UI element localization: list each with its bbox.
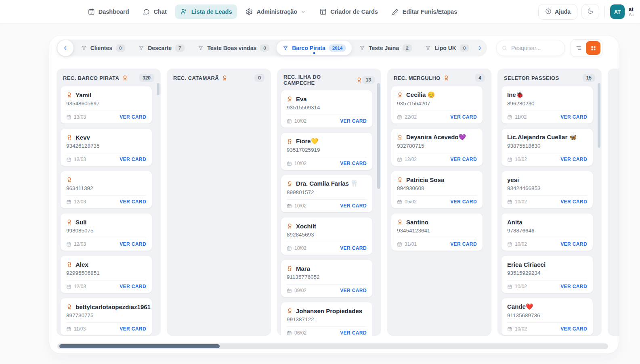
horizontal-scrollbar[interactable]: [57, 343, 608, 349]
ver-card-link[interactable]: VER CARD: [560, 241, 587, 247]
tab-clientes[interactable]: Clientes0: [75, 41, 131, 55]
lead-card[interactable]: Deyanira Acevedo💜93278071512/02VER CARD: [391, 129, 483, 166]
ver-card-link[interactable]: VER CARD: [120, 157, 146, 162]
lead-name-row: Yamil: [66, 91, 146, 99]
ver-card-link[interactable]: VER CARD: [120, 284, 146, 289]
ver-card-link[interactable]: VER CARD: [560, 114, 587, 120]
ver-card-link[interactable]: VER CARD: [340, 330, 367, 336]
calendar-icon: [397, 115, 402, 120]
card-footer: 22/02VER CARD: [397, 111, 477, 120]
tabs-scroll-left-button[interactable]: [57, 40, 73, 56]
ver-card-link[interactable]: VER CARD: [560, 199, 587, 205]
tab-barco-pirata[interactable]: Barco Pirata2014: [277, 41, 352, 55]
column-scrollbar-thumb[interactable]: [157, 83, 159, 95]
card-list: Eva9351550931410/02VER CARDFiore💛9351702…: [281, 90, 377, 336]
lead-card[interactable]: Eva9351550931410/02VER CARD: [281, 90, 372, 128]
lead-card[interactable]: Erica Ciriacci9351592923410/02VER CARD: [502, 256, 593, 293]
tab-lipo-uk[interactable]: Lipo UK0: [419, 41, 475, 55]
lead-name-row: Fiore💛: [287, 137, 367, 145]
calendar-icon: [397, 157, 402, 162]
funnel-tab-strip: Clientes0Descarte7Teste Boas vindas0Barc…: [57, 40, 487, 56]
ver-card-link[interactable]: VER CARD: [120, 114, 146, 120]
grid-view-icon: [590, 45, 596, 51]
lead-name-row: Deyanira Acevedo💜: [397, 133, 477, 141]
help-button[interactable]: Ajuda: [538, 4, 577, 20]
lead-card[interactable]: 96341139212/03VER CARD: [61, 171, 152, 208]
ver-card-link[interactable]: VER CARD: [120, 326, 146, 332]
ver-card-link[interactable]: VER CARD: [340, 203, 367, 209]
lead-card[interactable]: Cecilia 😊9357156420722/02VER CARD: [391, 86, 483, 123]
lead-card[interactable]: Kevv9342612873512/03VER CARD: [61, 129, 152, 166]
ver-card-link[interactable]: VER CARD: [340, 118, 367, 124]
kanban-column: REC. CATAMARÃ0: [167, 69, 271, 336]
ver-card-link[interactable]: VER CARD: [450, 241, 477, 247]
lead-date: 05/02: [397, 199, 417, 205]
nav-item-administracao[interactable]: Administração: [240, 4, 311, 19]
kanban-board: REC. BARCO PIRATA320Yamil9354860569713/0…: [57, 69, 619, 336]
ver-card-link[interactable]: VER CARD: [560, 326, 587, 332]
ver-card-link[interactable]: VER CARD: [120, 199, 146, 205]
grid-view-button[interactable]: [586, 41, 600, 55]
ver-card-link[interactable]: VER CARD: [340, 161, 367, 166]
lead-card[interactable]: Suli99808507512/03VER CARD: [61, 213, 152, 251]
lead-card[interactable]: Lic.Alejandra Cuellar 🦋9387551863010/02V…: [502, 129, 593, 166]
lead-phone: 978876646: [507, 228, 587, 234]
nav-item-lista-de-leads[interactable]: Lista de Leads: [175, 4, 237, 19]
lead-card[interactable]: Mara9113577605209/02VER CARD: [281, 260, 372, 297]
tab-count-badge: 0: [460, 44, 469, 52]
nav-item-criador-de-cards[interactable]: Criador de Cards: [314, 4, 383, 19]
tab-teste-boas-vindas[interactable]: Teste Boas vindas0: [192, 41, 275, 55]
lead-name-row: bettylcarlotaopezdiaz1961: [66, 303, 146, 311]
card-footer: 12/02VER CARD: [397, 153, 477, 162]
lead-date: 11/02: [507, 114, 527, 120]
column-header: REC. ILHA DO CAMPECHE13: [281, 73, 377, 90]
lead-card[interactable]: Alex9299550685112/03VER CARD: [61, 256, 152, 293]
medal-icon: [66, 219, 72, 225]
ver-card-link[interactable]: VER CARD: [120, 241, 146, 247]
lead-name-row: Kevv: [66, 133, 146, 141]
lead-card[interactable]: Fiore💛9351702591910/02VER CARD: [281, 133, 372, 170]
lead-card[interactable]: Ine🐞89628023011/02VER CARD: [502, 86, 593, 123]
calendar-icon: [66, 115, 71, 120]
ver-card-link[interactable]: VER CARD: [450, 199, 477, 205]
lead-card[interactable]: Johansen Propiedades99138712206/02VER CA…: [281, 302, 372, 336]
medal-icon: [287, 96, 293, 102]
dark-mode-toggle[interactable]: [581, 4, 599, 19]
list-view-button[interactable]: [573, 41, 585, 55]
ver-card-link[interactable]: VER CARD: [560, 284, 587, 289]
ver-card-link[interactable]: VER CARD: [450, 157, 477, 162]
lead-card[interactable]: Dra. Camila Farías 🦷89980157210/02VER CA…: [281, 175, 372, 212]
lead-card[interactable]: Patricia Sosa89493060805/02VER CARD: [391, 171, 483, 208]
lead-card[interactable]: Anita97887664610/02VER CARD: [502, 213, 593, 251]
tab-teste-jaina[interactable]: Teste Jaina2: [353, 41, 418, 55]
lead-card[interactable]: Santino9345412364131/01VER CARD: [391, 213, 483, 251]
lead-card[interactable]: yesi9342446685310/02VER CARD: [502, 171, 593, 208]
column-title: REC. CATAMARÃ: [173, 75, 228, 81]
search-icon: [502, 45, 508, 51]
lead-card[interactable]: Yamil9354860569713/03VER CARD: [61, 86, 152, 123]
tab-label: Lipo UK: [434, 45, 456, 51]
tab-descarte[interactable]: Descarte7: [132, 41, 191, 55]
avatar[interactable]: AT: [610, 4, 625, 19]
lead-card[interactable]: Xochilt89284569310/02VER CARD: [281, 218, 372, 255]
lead-phone: 93875518630: [507, 143, 587, 149]
lead-date: 12/03: [66, 157, 86, 162]
ver-card-link[interactable]: VER CARD: [340, 245, 367, 251]
lead-card[interactable]: bettylcarlotaopezdiaz196189773077511/03V…: [61, 298, 152, 335]
tabs-scroll-right-button[interactable]: [476, 45, 483, 51]
nav-item-chat[interactable]: Chat: [138, 4, 172, 19]
column-scrollbar-thumb[interactable]: [598, 83, 600, 148]
ver-card-link[interactable]: VER CARD: [340, 288, 367, 293]
nav-item-editar-funis-etapas[interactable]: Editar Funis/Etapas: [386, 4, 462, 19]
lead-card[interactable]: Cande❤️9113568973610/02VER CARD: [502, 298, 593, 335]
lead-name-row: Johansen Propiedades: [287, 307, 367, 315]
ver-card-link[interactable]: VER CARD: [560, 157, 587, 162]
lead-date: 10/02: [287, 203, 306, 209]
lead-name: Deyanira Acevedo💜: [406, 134, 466, 141]
ver-card-link[interactable]: VER CARD: [450, 114, 477, 120]
main-nav: DashboardChatLista de LeadsAdministração…: [82, 0, 462, 23]
horizontal-scrollbar-thumb[interactable]: [59, 344, 220, 348]
column-scrollbar-thumb[interactable]: [377, 83, 380, 189]
nav-item-dashboard[interactable]: Dashboard: [82, 4, 134, 19]
medal-icon: [287, 308, 293, 314]
